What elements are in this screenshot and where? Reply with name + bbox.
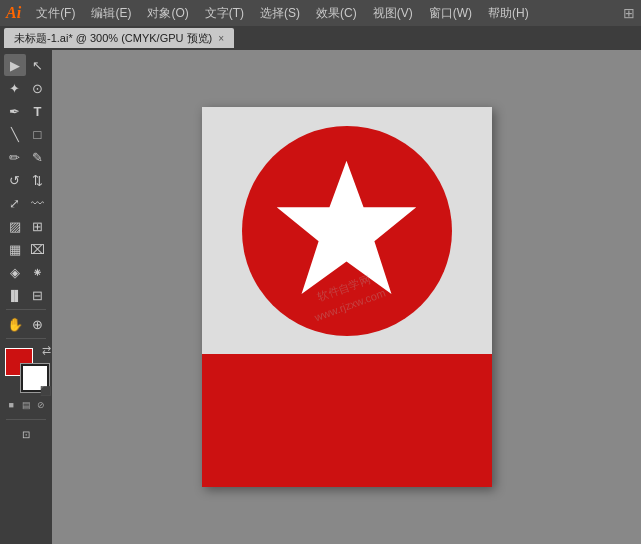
tool-row-1: ▶ ↖ xyxy=(2,54,50,76)
blend-tool[interactable]: ◈ xyxy=(4,261,26,283)
color-reset-button[interactable]: ⬛ xyxy=(40,386,51,396)
tab-close-button[interactable]: × xyxy=(218,33,224,44)
toolbar-separator xyxy=(6,309,46,310)
tool-row-5: ✏ ✎ xyxy=(2,146,50,168)
scale-tool[interactable]: ⤢ xyxy=(4,192,26,214)
artboard-tool[interactable]: ⊟ xyxy=(27,284,49,306)
menu-item-h[interactable]: 帮助(H) xyxy=(481,3,536,24)
menu-item-v[interactable]: 视图(V) xyxy=(366,3,420,24)
symbol-tool[interactable]: ⁕ xyxy=(27,261,49,283)
menu-item-o[interactable]: 对象(O) xyxy=(140,3,195,24)
paintbrush-tool[interactable]: ✏ xyxy=(4,146,26,168)
reflect-tool[interactable]: ⇅ xyxy=(27,169,49,191)
gradient-mode[interactable]: ▤ xyxy=(20,398,33,412)
hand-tool[interactable]: ✋ xyxy=(4,313,26,335)
menu-item-e[interactable]: 编辑(E) xyxy=(84,3,138,24)
toolbar: ▶ ↖ ✦ ⊙ ✒ T ╲ □ ✏ ✎ ↺ ⇅ ⤢ 〰 ▨ ⊞ xyxy=(0,50,52,544)
svg-marker-0 xyxy=(277,161,417,294)
tool-row-screen: ⊡ xyxy=(2,423,50,445)
color-area: ⇄ ⬛ ■ ▤ ⊘ xyxy=(2,344,50,416)
lasso-tool[interactable]: ⊙ xyxy=(27,77,49,99)
magic-wand-tool[interactable]: ✦ xyxy=(4,77,26,99)
pen-tool[interactable]: ✒ xyxy=(4,100,26,122)
direct-select-tool[interactable]: ↖ xyxy=(27,54,49,76)
upper-section xyxy=(202,107,492,354)
menu-bar: 文件(F)编辑(E)对象(O)文字(T)选择(S)效果(C)视图(V)窗口(W)… xyxy=(29,3,615,24)
tool-row-9: ▦ ⌧ xyxy=(2,238,50,260)
menu-item-t[interactable]: 文字(T) xyxy=(198,3,251,24)
tool-row-7: ⤢ 〰 xyxy=(2,192,50,214)
warp-tool[interactable]: 〰 xyxy=(27,192,49,214)
line-tool[interactable]: ╲ xyxy=(4,123,26,145)
tool-row-4: ╲ □ xyxy=(2,123,50,145)
menu-item-f[interactable]: 文件(F) xyxy=(29,3,82,24)
pencil-tool[interactable]: ✎ xyxy=(27,146,49,168)
menu-item-s[interactable]: 选择(S) xyxy=(253,3,307,24)
grid-view-icon[interactable]: ⊞ xyxy=(623,5,635,21)
tool-row-2: ✦ ⊙ xyxy=(2,77,50,99)
eyedropper-tool[interactable]: ⌧ xyxy=(27,238,49,260)
artboard: 软件自学网 www.rjzxw.com xyxy=(202,107,492,487)
tool-row-11: ▐▌ ⊟ xyxy=(2,284,50,306)
select-tool[interactable]: ▶ xyxy=(4,54,26,76)
tab-label: 未标题-1.ai* @ 300% (CMYK/GPU 预览) xyxy=(14,31,212,46)
tool-row-8: ▨ ⊞ xyxy=(2,215,50,237)
white-star xyxy=(269,153,424,308)
canvas-area[interactable]: 软件自学网 www.rjzxw.com xyxy=(52,50,641,544)
tool-row-6: ↺ ⇅ xyxy=(2,169,50,191)
tool-row-12: ✋ ⊕ xyxy=(2,313,50,335)
color-swap-button[interactable]: ⇄ xyxy=(42,344,51,357)
tab-bar: 未标题-1.ai* @ 300% (CMYK/GPU 预览) × xyxy=(0,26,641,50)
rect-tool[interactable]: □ xyxy=(27,123,49,145)
rotate-tool[interactable]: ↺ xyxy=(4,169,26,191)
app-logo: Ai xyxy=(6,4,21,22)
tool-row-3: ✒ T xyxy=(2,100,50,122)
document-tab[interactable]: 未标题-1.ai* @ 300% (CMYK/GPU 预览) × xyxy=(4,28,234,48)
solid-color-mode[interactable]: ■ xyxy=(5,398,18,412)
main-layout: ▶ ↖ ✦ ⊙ ✒ T ╲ □ ✏ ✎ ↺ ⇅ ⤢ 〰 ▨ ⊞ xyxy=(0,50,641,544)
title-bar: Ai 文件(F)编辑(E)对象(O)文字(T)选择(S)效果(C)视图(V)窗口… xyxy=(0,0,641,26)
color-modes: ■ ▤ ⊘ xyxy=(5,398,47,412)
zoom-tool[interactable]: ⊕ xyxy=(27,313,49,335)
menu-item-w[interactable]: 窗口(W) xyxy=(422,3,479,24)
red-circle xyxy=(242,126,452,336)
none-mode[interactable]: ⊘ xyxy=(34,398,47,412)
graph-tool[interactable]: ▨ xyxy=(4,215,26,237)
menu-item-c[interactable]: 效果(C) xyxy=(309,3,364,24)
screen-mode-button[interactable]: ⊡ xyxy=(15,423,37,445)
color-swatch-stack: ⇄ ⬛ xyxy=(5,348,49,392)
mesh-tool[interactable]: ⊞ xyxy=(27,215,49,237)
gradient-tool[interactable]: ▦ xyxy=(4,238,26,260)
tool-row-10: ◈ ⁕ xyxy=(2,261,50,283)
lower-red-bar xyxy=(202,354,492,487)
toolbar-separator-2 xyxy=(6,338,46,339)
column-chart-tool[interactable]: ▐▌ xyxy=(4,284,26,306)
type-tool[interactable]: T xyxy=(27,100,49,122)
toolbar-separator-3 xyxy=(6,419,46,420)
